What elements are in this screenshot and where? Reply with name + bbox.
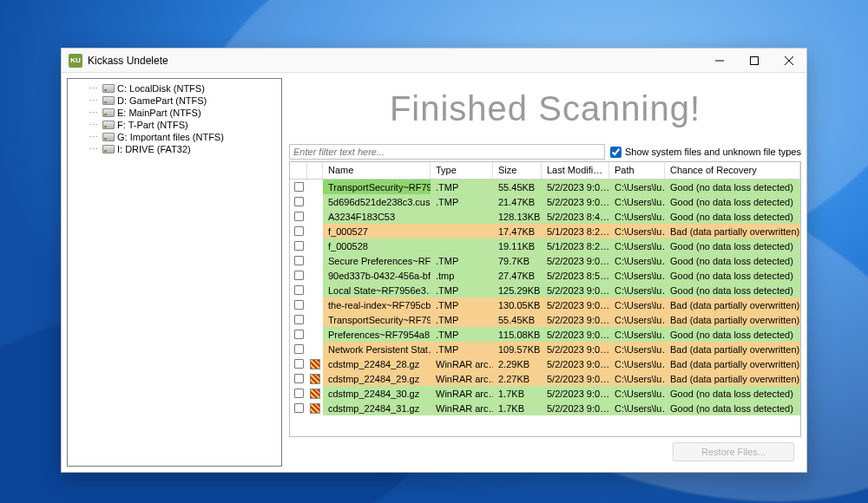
row-checkbox[interactable] — [294, 197, 304, 206]
col-modified[interactable]: Last Modified — [542, 162, 609, 179]
table-row[interactable]: Secure Preferences~RF….TMP79.7KB5/2/2023… — [290, 253, 800, 268]
drive-item[interactable]: ⋯E: MainPart (NTFS) — [71, 107, 278, 119]
cell-modified: 5/1/2023 8:2… — [542, 224, 609, 238]
drive-label: E: MainPart (NTFS) — [117, 108, 201, 118]
drive-item[interactable]: ⋯C: LocalDisk (NTFS) — [71, 82, 278, 95]
drive-item[interactable]: ⋯D: GamePart (NTFS) — [71, 95, 278, 107]
cell-name: 5d696d521de238c3.cus… — [323, 194, 431, 209]
row-checkbox[interactable] — [294, 271, 304, 280]
svg-rect-0 — [751, 56, 759, 64]
cell-type: .TMP — [431, 297, 493, 312]
cell-type: .TMP — [431, 283, 493, 297]
cell-recovery: Good (no data loss detected) — [665, 327, 800, 342]
cell-path: C:\Users\lu… — [609, 312, 665, 327]
col-checkbox[interactable] — [290, 162, 307, 179]
cell-size: 1.7KB — [493, 386, 542, 401]
cell-path: C:\Users\lu… — [609, 401, 665, 415]
cell-size: 1.7KB — [493, 401, 542, 415]
cell-recovery: Bad (data partially overwritten) — [665, 356, 800, 371]
cell-modified: 5/2/2023 9:0… — [542, 401, 609, 415]
restore-files-button[interactable]: Restore Files... — [673, 442, 794, 461]
cell-name: f_000527 — [323, 224, 431, 238]
drive-icon — [102, 121, 115, 129]
cell-recovery: Bad (data partially overwritten) — [665, 297, 800, 312]
table-row[interactable]: 5d696d521de238c3.cus….TMP21.47KB5/2/2023… — [290, 194, 800, 209]
cell-name: cdstmp_22484_28.gz — [323, 356, 431, 371]
drive-tree[interactable]: ⋯C: LocalDisk (NTFS)⋯D: GamePart (NTFS)⋯… — [67, 78, 282, 467]
cell-modified: 5/1/2023 8:2… — [542, 238, 609, 253]
row-checkbox[interactable] — [294, 182, 304, 192]
table-row[interactable]: 90ed337b-0432-456a-bf….tmp27.47KB5/2/202… — [290, 268, 800, 283]
table-row[interactable]: TransportSecurity~RF79….TMP55.45KB5/2/20… — [290, 180, 800, 194]
table-row[interactable]: Local State~RF7956e3….TMP125.29KB5/2/202… — [290, 283, 800, 297]
col-name[interactable]: Name — [323, 162, 431, 179]
cell-size: 21.47KB — [493, 194, 542, 209]
table-row[interactable]: f_00052717.47KB5/1/2023 8:2…C:\Users\lu…… — [290, 224, 800, 238]
col-type[interactable]: Type — [431, 162, 493, 179]
col-recovery[interactable]: Chance of Recovery — [665, 162, 800, 179]
col-path[interactable]: Path — [609, 162, 665, 179]
table-body[interactable]: TransportSecurity~RF79….TMP55.45KB5/2/20… — [290, 180, 800, 436]
table-row[interactable]: f_00052819.11KB5/1/2023 8:2…C:\Users\lu…… — [290, 238, 800, 253]
cell-name: cdstmp_22484_30.gz — [323, 386, 431, 401]
titlebar[interactable]: KU Kickass Undelete — [62, 49, 806, 73]
cell-modified: 5/2/2023 9:0… — [542, 386, 609, 401]
show-system-files-label: Show system files and unknown file types — [625, 147, 801, 157]
row-checkbox[interactable] — [294, 241, 304, 251]
table-row[interactable]: cdstmp_22484_30.gzWinRAR arc…1.7KB5/2/20… — [290, 386, 800, 401]
drive-item[interactable]: ⋯G: Important files (NTFS) — [71, 131, 278, 143]
cell-size: 2.27KB — [493, 371, 542, 386]
cell-type: .TMP — [431, 342, 493, 356]
table-row[interactable]: cdstmp_22484_29.gzWinRAR arc…2.27KB5/2/2… — [290, 371, 800, 386]
table-row[interactable]: A3234F183C53128.13KB5/2/2023 8:4…C:\User… — [290, 209, 800, 224]
cell-modified: 5/2/2023 9:0… — [542, 283, 609, 297]
cell-size: 130.05KB — [493, 297, 542, 312]
cell-path: C:\Users\lu… — [609, 209, 665, 224]
row-checkbox[interactable] — [294, 374, 304, 383]
cell-type: WinRAR arc… — [431, 371, 493, 386]
drive-label: C: LocalDisk (NTFS) — [117, 83, 205, 94]
drive-icon — [102, 145, 115, 154]
row-checkbox[interactable] — [294, 344, 304, 354]
row-checkbox[interactable] — [294, 226, 304, 236]
row-checkbox[interactable] — [294, 389, 304, 398]
cell-type: .TMP — [431, 312, 493, 327]
row-checkbox[interactable] — [294, 359, 304, 369]
drive-item[interactable]: ⋯I: DRIVE (FAT32) — [71, 143, 278, 155]
table-row[interactable]: Network Persistent Stat….TMP109.57KB5/2/… — [290, 342, 800, 356]
drive-label: F: T-Part (NTFS) — [117, 120, 188, 130]
results-table: Name Type Size Last Modified Path Chance… — [289, 161, 801, 437]
show-system-files-checkbox[interactable] — [610, 147, 621, 158]
maximize-button[interactable] — [737, 49, 772, 72]
row-checkbox[interactable] — [294, 212, 304, 221]
close-button[interactable] — [772, 49, 806, 72]
drive-item[interactable]: ⋯F: T-Part (NTFS) — [71, 119, 278, 131]
row-checkbox[interactable] — [294, 285, 304, 295]
cell-size: 55.45KB — [493, 312, 542, 327]
table-row[interactable]: cdstmp_22484_31.gzWinRAR arc…1.7KB5/2/20… — [290, 401, 800, 415]
tree-connector: ⋯ — [89, 144, 98, 155]
show-system-files-toggle[interactable]: Show system files and unknown file types — [610, 147, 801, 158]
tree-connector: ⋯ — [89, 120, 98, 131]
cell-name: Local State~RF7956e3… — [323, 283, 431, 297]
table-row[interactable]: cdstmp_22484_28.gzWinRAR arc…2.29KB5/2/2… — [290, 356, 800, 371]
cell-path: C:\Users\lu… — [609, 194, 665, 209]
minimize-button[interactable] — [702, 49, 737, 72]
cell-path: C:\Users\lu… — [609, 238, 665, 253]
row-checkbox[interactable] — [294, 403, 304, 413]
cell-path: C:\Users\lu… — [609, 224, 665, 238]
cell-name: Preferences~RF7954a8… — [323, 327, 431, 342]
table-row[interactable]: Preferences~RF7954a8….TMP115.08KB5/2/202… — [290, 327, 800, 342]
filter-input[interactable] — [289, 144, 605, 160]
cell-modified: 5/2/2023 9:0… — [542, 327, 609, 342]
table-row[interactable]: TransportSecurity~RF79….TMP55.45KB5/2/20… — [290, 312, 800, 327]
row-checkbox[interactable] — [294, 330, 304, 339]
cell-type: .TMP — [431, 194, 493, 209]
row-checkbox[interactable] — [294, 256, 304, 265]
row-checkbox[interactable] — [294, 300, 304, 310]
tree-connector: ⋯ — [89, 83, 98, 95]
window-title: Kickass Undelete — [88, 55, 702, 67]
col-size[interactable]: Size — [493, 162, 542, 179]
table-row[interactable]: the-real-index~RF795cb….TMP130.05KB5/2/2… — [290, 297, 800, 312]
row-checkbox[interactable] — [294, 315, 304, 324]
